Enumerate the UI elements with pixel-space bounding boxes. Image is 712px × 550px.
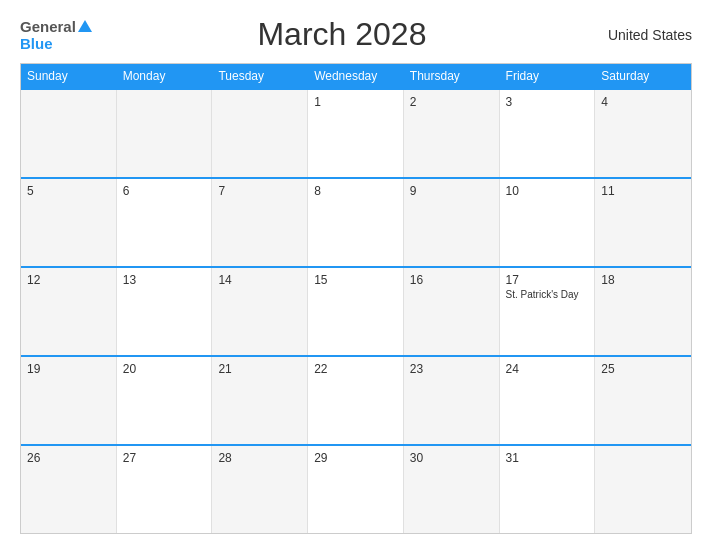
day-number: 6 (123, 184, 206, 198)
day-cell: 27 (117, 446, 213, 533)
day-number: 10 (506, 184, 589, 198)
day-cell: 29 (308, 446, 404, 533)
day-number: 4 (601, 95, 685, 109)
day-number: 24 (506, 362, 589, 376)
day-header-friday: Friday (500, 64, 596, 88)
day-cell: 18 (595, 268, 691, 355)
day-cell: 20 (117, 357, 213, 444)
day-number: 13 (123, 273, 206, 287)
day-number: 17 (506, 273, 589, 287)
day-number: 20 (123, 362, 206, 376)
day-cell: 21 (212, 357, 308, 444)
week-row-3: 121314151617St. Patrick's Day18 (21, 266, 691, 355)
day-number: 3 (506, 95, 589, 109)
day-cell: 16 (404, 268, 500, 355)
day-number: 26 (27, 451, 110, 465)
day-cell: 22 (308, 357, 404, 444)
day-number: 2 (410, 95, 493, 109)
day-number: 1 (314, 95, 397, 109)
day-cell: 23 (404, 357, 500, 444)
day-number: 31 (506, 451, 589, 465)
day-cell: 4 (595, 90, 691, 177)
logo-triangle-icon (78, 20, 92, 32)
week-row-5: 262728293031 (21, 444, 691, 533)
day-number: 7 (218, 184, 301, 198)
day-number: 8 (314, 184, 397, 198)
day-cell: 10 (500, 179, 596, 266)
day-number: 19 (27, 362, 110, 376)
day-cell: 24 (500, 357, 596, 444)
day-cell: 30 (404, 446, 500, 533)
day-cell: 2 (404, 90, 500, 177)
week-row-4: 19202122232425 (21, 355, 691, 444)
country-label: United States (592, 27, 692, 43)
day-cell: 7 (212, 179, 308, 266)
day-number: 22 (314, 362, 397, 376)
day-cell: 6 (117, 179, 213, 266)
day-cell: 9 (404, 179, 500, 266)
logo-general-text: General (20, 18, 76, 35)
day-cell: 11 (595, 179, 691, 266)
day-cell: 28 (212, 446, 308, 533)
page-header: General Blue March 2028 United States (20, 16, 692, 53)
day-cell: 19 (21, 357, 117, 444)
calendar-grid: SundayMondayTuesdayWednesdayThursdayFrid… (20, 63, 692, 534)
day-number: 18 (601, 273, 685, 287)
day-number: 27 (123, 451, 206, 465)
day-number: 9 (410, 184, 493, 198)
day-number: 5 (27, 184, 110, 198)
page-title: March 2028 (92, 16, 592, 53)
day-cell (595, 446, 691, 533)
day-number: 16 (410, 273, 493, 287)
day-number: 11 (601, 184, 685, 198)
day-cell: 26 (21, 446, 117, 533)
logo: General Blue (20, 18, 92, 52)
holiday-label: St. Patrick's Day (506, 289, 589, 300)
day-number: 14 (218, 273, 301, 287)
day-number: 29 (314, 451, 397, 465)
day-number: 21 (218, 362, 301, 376)
day-cell: 13 (117, 268, 213, 355)
day-cell: 14 (212, 268, 308, 355)
day-cell: 15 (308, 268, 404, 355)
day-cell (212, 90, 308, 177)
day-number: 23 (410, 362, 493, 376)
day-header-monday: Monday (117, 64, 213, 88)
day-cell: 12 (21, 268, 117, 355)
week-row-1: 1234 (21, 88, 691, 177)
day-cell: 1 (308, 90, 404, 177)
day-cell: 25 (595, 357, 691, 444)
day-headers-row: SundayMondayTuesdayWednesdayThursdayFrid… (21, 64, 691, 88)
day-number: 30 (410, 451, 493, 465)
weeks-container: 1234567891011121314151617St. Patrick's D… (21, 88, 691, 533)
day-number: 15 (314, 273, 397, 287)
day-cell: 5 (21, 179, 117, 266)
day-cell: 17St. Patrick's Day (500, 268, 596, 355)
day-header-tuesday: Tuesday (212, 64, 308, 88)
day-cell (21, 90, 117, 177)
day-header-sunday: Sunday (21, 64, 117, 88)
day-header-wednesday: Wednesday (308, 64, 404, 88)
day-number: 28 (218, 451, 301, 465)
day-number: 12 (27, 273, 110, 287)
calendar-page: General Blue March 2028 United States Su… (0, 0, 712, 550)
day-header-saturday: Saturday (595, 64, 691, 88)
day-cell: 31 (500, 446, 596, 533)
day-cell: 3 (500, 90, 596, 177)
day-number: 25 (601, 362, 685, 376)
day-header-thursday: Thursday (404, 64, 500, 88)
day-cell (117, 90, 213, 177)
week-row-2: 567891011 (21, 177, 691, 266)
logo-blue-text: Blue (20, 35, 53, 52)
day-cell: 8 (308, 179, 404, 266)
